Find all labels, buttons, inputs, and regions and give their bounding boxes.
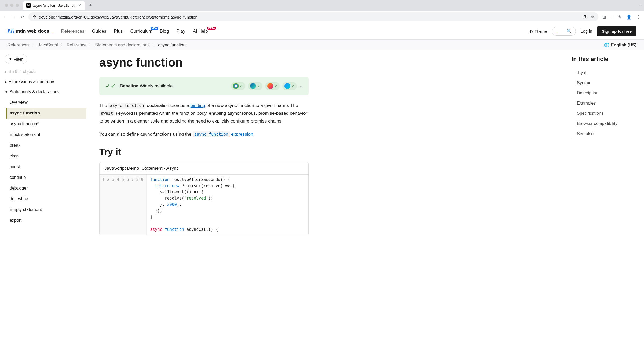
code-demo-title: JavaScript Demo: Statement - Async xyxy=(100,162,308,175)
breadcrumb-statements[interactable]: Statements and declarations xyxy=(95,43,149,47)
sidebar-item[interactable]: break xyxy=(6,140,86,151)
line-numbers: 1 2 3 4 5 6 7 8 9 xyxy=(100,175,147,235)
sidebar-item[interactable]: Block statement xyxy=(6,129,86,140)
site-settings-icon[interactable]: ⚙ xyxy=(33,14,36,19)
sidebar-item[interactable]: do...while xyxy=(6,194,86,204)
breadcrumb-reference[interactable]: Reference xyxy=(67,43,87,47)
mdn-logo[interactable]: /\/\ mdn web docs _ xyxy=(8,28,53,35)
nav-references[interactable]: References xyxy=(61,29,84,34)
sidebar-item[interactable]: continue xyxy=(6,172,86,183)
toc-item[interactable]: See also xyxy=(572,129,641,139)
code-demo: JavaScript Demo: Statement - Async 1 2 3… xyxy=(99,162,309,235)
link-binding[interactable]: binding xyxy=(191,103,205,108)
menu-icon[interactable]: ⋮ xyxy=(636,14,641,20)
intro-paragraph-2: You can also define async functions usin… xyxy=(99,131,309,138)
breadcrumb-javascript[interactable]: JavaScript xyxy=(38,43,58,47)
bookmark-icon[interactable]: ☆ xyxy=(591,14,594,19)
sidebar: ▾ Filter ▶Built-in objects▶Expressions &… xyxy=(0,50,91,241)
triangle-icon: ▶ xyxy=(5,70,7,73)
minimize-window-icon[interactable] xyxy=(10,4,13,7)
search-icon: 🔍 xyxy=(566,29,572,34)
sidebar-item[interactable]: async function* xyxy=(6,119,86,129)
baseline-text: Baseline Widely available xyxy=(120,83,173,89)
filter-button[interactable]: ▾ Filter xyxy=(5,54,27,64)
browser-chrome: M async function - JavaScript | ✕ + ⌄ ← … xyxy=(0,0,644,23)
toc-item[interactable]: Try it xyxy=(572,68,641,78)
url-text: developer.mozilla.org/en-US/docs/Web/Jav… xyxy=(39,15,197,19)
link-async-function-expression[interactable]: async function expression xyxy=(193,132,253,137)
mdn-header: /\/\ mdn web docs _ References Guides Pl… xyxy=(0,23,644,40)
firefox-support-icon: ✓ xyxy=(265,82,280,90)
chevron-right-icon: 〉 xyxy=(152,43,155,47)
triangle-icon: ▼ xyxy=(5,90,8,94)
new-tab-button[interactable]: + xyxy=(86,3,95,8)
chevron-right-icon: 〉 xyxy=(32,43,35,47)
breadcrumb-current: async function xyxy=(158,43,185,47)
edge-support-icon: ✓ xyxy=(248,82,262,90)
triangle-icon: ▶ xyxy=(5,80,7,84)
browser-tab[interactable]: M async function - JavaScript | ✕ xyxy=(23,1,85,10)
chevron-right-icon: 〉 xyxy=(61,43,64,47)
close-tab-icon[interactable]: ✕ xyxy=(78,3,82,8)
code-await: await xyxy=(99,110,115,116)
forward-button[interactable]: → xyxy=(11,14,17,20)
tab-bar: M async function - JavaScript | ✕ + ⌄ xyxy=(0,0,644,11)
language-selector[interactable]: 🌐 English (US) xyxy=(604,42,636,47)
install-app-icon[interactable]: ⿻ xyxy=(583,15,587,19)
toc-item[interactable]: Specifications xyxy=(572,108,641,119)
check-icon: ✓✓ xyxy=(105,82,116,90)
code-async-function: async function xyxy=(108,103,145,109)
sidebar-item[interactable]: async function xyxy=(6,108,86,119)
sidebar-section[interactable]: ▶Built-in objects xyxy=(5,67,86,77)
toc-item[interactable]: Syntax xyxy=(572,78,641,88)
toc-item[interactable]: Description xyxy=(572,88,641,98)
nav-curriculum[interactable]: Curriculum NEW xyxy=(130,29,152,34)
toc-item[interactable]: Browser compatibility xyxy=(572,119,641,129)
sidebar-section[interactable]: ▶Expressions & operators xyxy=(5,77,86,87)
baseline-box: ✓✓ Baseline Widely available ✓ ✓ ✓ ✓ ⌄ xyxy=(99,77,309,95)
nav-guides[interactable]: Guides xyxy=(92,29,106,34)
extensions-icon[interactable]: ⊞ xyxy=(602,14,607,20)
globe-icon: 🌐 xyxy=(604,42,609,47)
main-content: async function ✓✓ Baseline Widely availa… xyxy=(91,50,317,241)
nav-blog[interactable]: Blog xyxy=(160,29,169,34)
mdn-logo-icon: /\/\ xyxy=(8,28,14,35)
tab-title: async function - JavaScript | xyxy=(33,3,76,8)
signup-button[interactable]: Sign up for free xyxy=(597,26,636,36)
breadcrumb-references[interactable]: References xyxy=(8,43,30,47)
profile-icon[interactable]: 👤 xyxy=(626,14,632,20)
mdn-nav: References Guides Plus Curriculum NEW Bl… xyxy=(61,29,208,34)
heading-try-it: Try it xyxy=(99,146,309,157)
chrome-support-icon: ✓ xyxy=(231,82,245,90)
intro-paragraph-1: The async function declaration creates a… xyxy=(99,102,309,125)
nav-play[interactable]: Play xyxy=(177,29,185,34)
theme-toggle[interactable]: ◐ Theme xyxy=(529,29,547,34)
sidebar-item[interactable]: export xyxy=(6,215,86,226)
tabs-dropdown-icon[interactable]: ⌄ xyxy=(639,3,641,7)
url-bar-row: ← → ⟳ ⚙ developer.mozilla.org/en-US/docs… xyxy=(0,11,644,23)
login-link[interactable]: Log in xyxy=(581,29,592,34)
sidebar-item[interactable]: const xyxy=(6,161,86,172)
safari-support-icon: ✓ xyxy=(282,82,297,90)
maximize-window-icon[interactable] xyxy=(16,4,19,7)
toc: In this article Try itSyntaxDescriptionE… xyxy=(569,50,644,241)
code-lines: function resolveAfter2Seconds() { return… xyxy=(147,175,239,235)
sidebar-section[interactable]: ▼Statements & declarations xyxy=(5,87,86,97)
theme-icon: ◐ xyxy=(529,29,533,34)
toc-item[interactable]: Examples xyxy=(572,98,641,108)
back-button[interactable]: ← xyxy=(3,14,8,20)
code-editor[interactable]: 1 2 3 4 5 6 7 8 9 function resolveAfter2… xyxy=(100,175,308,235)
search-button[interactable]: _ 🔍 xyxy=(552,27,576,36)
sidebar-item[interactable]: Overview xyxy=(6,97,86,108)
nav-aihelp[interactable]: AI Help BETA xyxy=(193,29,208,34)
sidebar-item[interactable]: debugger xyxy=(6,183,86,194)
labs-icon[interactable]: ⚗ xyxy=(617,14,622,20)
chevron-down-icon[interactable]: ⌄ xyxy=(299,84,303,88)
sidebar-item[interactable]: Empty statement xyxy=(6,204,86,215)
nav-plus[interactable]: Plus xyxy=(114,29,123,34)
toc-title: In this article xyxy=(572,56,641,62)
close-window-icon[interactable] xyxy=(5,4,8,7)
sidebar-item[interactable]: class xyxy=(6,151,86,161)
reload-button[interactable]: ⟳ xyxy=(20,14,25,20)
url-bar[interactable]: ⚙ developer.mozilla.org/en-US/docs/Web/J… xyxy=(28,12,598,21)
